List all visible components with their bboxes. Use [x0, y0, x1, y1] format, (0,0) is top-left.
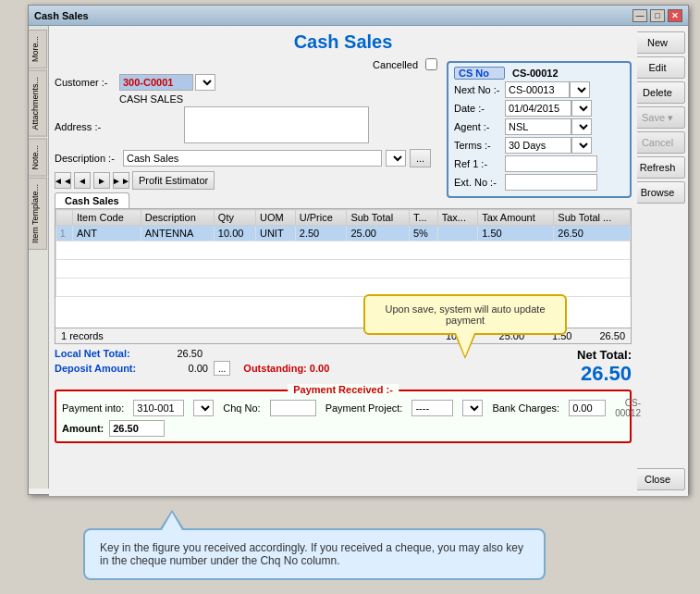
cell-uprice: 2.50 — [295, 226, 347, 241]
sidebar-tab-note[interactable]: Note... — [29, 139, 47, 177]
close-button[interactable]: Close — [630, 468, 685, 490]
ref1-input[interactable] — [505, 155, 597, 172]
profit-estimator-button[interactable]: Profit Estimator — [132, 171, 215, 190]
cell-t: 5% — [409, 226, 437, 241]
agent-row: Agent :- — [454, 118, 624, 135]
browse-button[interactable]: Browse — [630, 181, 685, 204]
cancelled-checkbox[interactable] — [425, 58, 437, 70]
col-t: T... — [409, 210, 437, 226]
cell-tax-amount: 1.50 — [478, 226, 554, 241]
delete-button[interactable]: Delete — [630, 81, 685, 104]
customer-name: CASH SALES — [119, 93, 183, 105]
payment-row: Payment into: Chq No: Payment Project: B… — [62, 398, 624, 418]
deposit-more-button[interactable]: ... — [214, 361, 230, 376]
nav-last-button[interactable]: ►► — [113, 172, 129, 189]
next-no-input[interactable] — [505, 81, 570, 98]
payment-project-label: Payment Project: — [325, 402, 403, 414]
summary-area: Local Net Total: 26.50 Deposit Amount: 0… — [55, 348, 632, 386]
local-net-row: Local Net Total: 26.50 — [55, 348, 329, 359]
description-dropdown[interactable] — [386, 150, 406, 167]
outstanding-label: Outstanding: — [243, 363, 306, 374]
terms-input[interactable] — [505, 137, 571, 154]
description-more-button[interactable]: ... — [410, 149, 431, 167]
col-subtotal2: Sub Total ... — [554, 210, 631, 226]
save-button[interactable]: Save ▾ — [630, 106, 685, 129]
cell-subtotal: 25.00 — [347, 226, 410, 241]
address-box — [184, 106, 369, 143]
info-panel: CS No CS-00012 Next No :- Date :- Agent … — [447, 61, 632, 198]
nav-next-button[interactable]: ► — [93, 172, 110, 189]
window-title: Cash Sales — [34, 10, 89, 21]
new-button[interactable]: New — [630, 31, 685, 54]
payment-ref: CS-00012 — [615, 398, 641, 418]
outstanding-display: Outstanding: 0.00 — [243, 363, 329, 374]
refresh-button[interactable]: Refresh — [630, 156, 685, 179]
col-item-code: Item Code — [73, 210, 141, 226]
date-label: Date :- — [454, 103, 505, 114]
sidebar-tab-attachments[interactable]: Attachments... — [29, 70, 47, 137]
customer-input[interactable]: 300-C0001 — [119, 74, 193, 91]
bottom-callout-text: Key in the figure you received according… — [100, 541, 523, 567]
agent-input[interactable] — [505, 118, 571, 135]
terms-label: Terms :- — [454, 140, 505, 151]
bottom-callout: Key in the figure you received according… — [83, 528, 546, 580]
next-no-dropdown[interactable] — [570, 81, 590, 98]
bank-charges-input[interactable] — [569, 400, 606, 416]
payment-into-input[interactable] — [133, 400, 184, 416]
ext-no-row: Ext. No :- — [454, 174, 624, 191]
terms-row: Terms :- — [454, 137, 624, 154]
description-input[interactable] — [123, 150, 382, 167]
deposit-row: Deposit Amount: 0.00 ... Outstanding: 0.… — [55, 361, 329, 376]
sidebar-tab-more[interactable]: More... — [29, 30, 47, 68]
cell-uom: UNIT — [255, 226, 295, 241]
chq-no-input[interactable] — [270, 400, 316, 416]
payment-title: Payment Received :- — [288, 384, 399, 395]
cell-description: ANTENNA — [141, 226, 214, 241]
bottom-callout-arrow-inner — [162, 513, 182, 530]
minimize-button[interactable]: — — [632, 9, 647, 22]
main-window: Cash Sales — □ ✕ More... Attachments... … — [28, 5, 689, 495]
maximize-button[interactable]: □ — [650, 9, 665, 22]
table-row[interactable]: 1 ANT ANTENNA 10.00 UNIT 2.50 25.00 5% 1… — [56, 226, 631, 241]
payment-project-input[interactable] — [411, 400, 453, 416]
col-num — [56, 210, 73, 226]
cell-tax — [437, 226, 478, 241]
cancelled-label: Cancelled — [373, 59, 418, 70]
callout-box: Upon save, system will auto update payme… — [363, 294, 567, 335]
nav-first-button[interactable]: ◄◄ — [55, 172, 71, 189]
cash-sales-tab[interactable]: Cash Sales — [55, 192, 129, 208]
cs-no-label: CS No — [454, 67, 505, 80]
payment-into-dropdown[interactable] — [193, 400, 214, 416]
cancelled-row: Cancelled — [55, 58, 437, 70]
col-qty: Qty — [214, 210, 255, 226]
date-dropdown[interactable] — [571, 100, 592, 117]
callout-arrow-inner — [456, 333, 474, 356]
sidebar-tab-item-template[interactable]: Item Template... — [29, 178, 47, 250]
terms-dropdown[interactable] — [571, 137, 592, 154]
cell-item-code: ANT — [73, 226, 141, 241]
cell-subtotal2: 26.50 — [554, 226, 631, 241]
amount-input[interactable] — [109, 420, 165, 437]
deposit-label: Deposit Amount: — [55, 363, 147, 374]
payment-into-label: Payment into: — [62, 402, 124, 414]
cancel-button[interactable]: Cancel — [630, 131, 685, 154]
edit-button[interactable]: Edit — [630, 56, 685, 79]
total-subtotal2-display: 26.50 — [599, 330, 625, 341]
customer-dropdown[interactable] — [195, 74, 215, 91]
ref1-label: Ref 1 :- — [454, 158, 505, 169]
ext-no-label: Ext. No :- — [454, 177, 505, 188]
outstanding-value: 0.00 — [310, 363, 329, 374]
date-input[interactable] — [505, 100, 571, 117]
close-window-button[interactable]: ✕ — [668, 9, 682, 22]
agent-dropdown[interactable] — [571, 118, 592, 135]
address-label: Address :- — [55, 121, 119, 132]
main-content: Cash Sales Cancelled Customer :- 300-C00… — [49, 26, 637, 496]
net-total-label: Net Total: — [577, 348, 632, 362]
nav-prev-button[interactable]: ◄ — [74, 172, 91, 189]
ext-no-input[interactable] — [505, 174, 597, 191]
left-totals: Local Net Total: 26.50 Deposit Amount: 0… — [55, 348, 329, 377]
page-title: Cash Sales — [55, 31, 632, 53]
title-bar-buttons: — □ ✕ — [632, 9, 682, 22]
payment-project-dropdown[interactable] — [462, 400, 483, 416]
ref1-row: Ref 1 :- — [454, 155, 624, 172]
